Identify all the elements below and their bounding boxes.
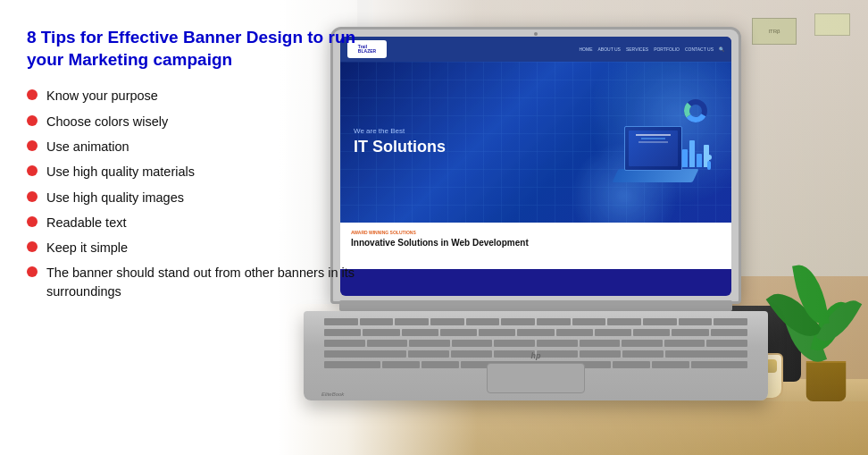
bar-1 [682,149,688,167]
page-title: 8 Tips for Effective Banner Design to ru… [27,27,357,71]
tip-item-4: Use high quality materials [27,163,357,181]
key [440,329,477,336]
donut-container [682,97,709,124]
person-head [706,155,712,160]
key [679,318,713,325]
key [652,361,689,368]
tip-text-3: Use animation [46,138,129,156]
key [537,350,578,358]
key [494,340,535,347]
laptop-screen-bezel: TrailBLAZER HOME ABOUT US SERVICES PORTF… [330,27,741,304]
key [572,318,606,325]
key [517,329,554,336]
nav-links: HOME ABOUT US SERVICES PORTFOLIO CONTACT… [579,46,724,52]
bullet-4 [27,165,38,176]
keyboard-row-2 [321,329,750,336]
iso-platform [613,169,699,182]
laptop: TrailBLAZER HOME ABOUT US SERVICES PORTF… [304,27,786,411]
tip-item-1: Know your purpose [27,87,357,105]
tips-list: Know your purposeChoose colors wiselyUse… [27,87,357,300]
key [395,318,429,325]
key [556,329,593,336]
key [494,350,535,358]
key [382,361,420,368]
tip-text-2: Choose colors wisely [46,113,168,131]
key [711,329,747,336]
key [622,340,663,347]
key [537,340,578,347]
laptop-hinge [339,300,732,311]
tip-text-1: Know your purpose [46,87,158,105]
tip-text-8: The banner should stand out from other b… [46,264,357,300]
key [633,329,670,336]
bar-chart [682,140,709,167]
key [421,361,459,368]
bar-3 [697,154,702,167]
nav-portfolio: PORTFOLIO [654,46,680,52]
tip-item-3: Use animation [27,138,357,156]
content-area: 8 Tips for Effective Banner Design to ru… [0,0,375,455]
screen-line-2 [641,138,666,139]
key [479,329,515,336]
hp-brand: hp [531,351,541,360]
bullet-8 [27,266,38,277]
tip-text-5: Use high quality images [46,189,184,206]
key [672,329,708,336]
key [408,350,449,358]
tip-text-4: Use high quality materials [46,163,195,181]
keyboard-row-3 [321,340,750,347]
key [580,350,621,358]
hero-graphic [580,71,722,214]
touchpad [487,363,585,393]
key [607,318,641,325]
tip-item-8: The banner should stand out from other b… [27,264,357,300]
key [537,318,571,325]
nav-contact: CONTACT US [685,46,714,52]
tip-item-6: Readable text [27,214,357,232]
key [466,318,500,325]
key [580,340,621,347]
key-ctrl-r [691,361,747,368]
bullet-7 [27,241,38,252]
iso-graphic [606,88,714,196]
tip-item-7: Keep it simple [27,239,357,257]
tip-item-5: Use high quality images [27,189,357,206]
tip-item-2: Choose colors wisely [27,113,357,131]
laptop-screen-inner: TrailBLAZER HOME ABOUT US SERVICES PORTF… [340,37,731,296]
bullet-3 [27,140,38,151]
nav-about: ABOUT US [597,46,620,52]
iso-screen-outer [624,126,682,171]
key [664,340,705,347]
key [643,318,677,325]
bullet-6 [27,216,38,227]
webcam [534,32,538,36]
website-nav: TrailBLAZER HOME ABOUT US SERVICES PORTF… [340,37,731,62]
tip-text-6: Readable text [46,214,126,232]
donut-chart [682,97,709,124]
key [613,361,650,368]
key-shift-r [665,350,747,358]
key [714,318,747,325]
nav-search: 🔍 [719,46,724,52]
key [501,318,535,325]
key [595,329,631,336]
key [706,340,747,347]
innovative-title: Innovative Solutions in Web Development [351,237,721,249]
tip-text-7: Keep it simple [46,239,128,257]
person-body [707,161,711,170]
screen-line-3 [638,141,668,143]
screen-line-1 [636,134,671,136]
website-lower: AWARD WINNING SOLUTIONS Innovative Solut… [340,223,731,269]
key [622,350,664,358]
bar-2 [689,140,695,167]
key [451,350,492,358]
person-icon [706,155,712,171]
key [430,318,464,325]
key [452,340,493,347]
award-label: AWARD WINNING SOLUTIONS [351,230,721,235]
keyboard-row-1 [321,318,750,325]
key [402,329,438,336]
iso-screen-inner [629,131,678,166]
bullet-1 [27,89,38,100]
key [409,340,450,347]
